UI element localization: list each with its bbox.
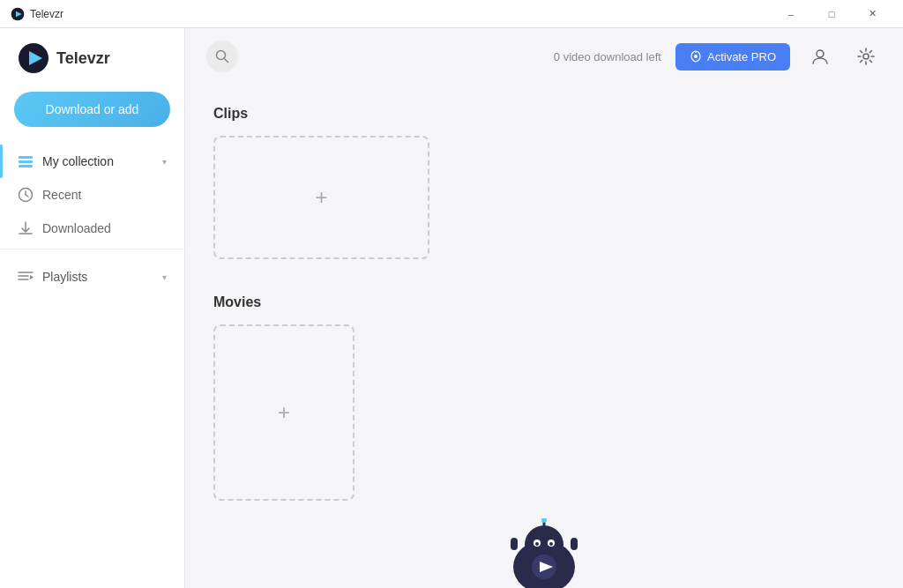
- collection-icon: [18, 153, 34, 169]
- sidebar-item-playlists[interactable]: Playlists ▾: [0, 260, 184, 294]
- movies-title: Movies: [213, 294, 875, 310]
- download-left-label2: video download left: [563, 50, 661, 63]
- svg-rect-6: [19, 165, 33, 167]
- search-icon: [215, 49, 229, 63]
- recent-label: Recent: [42, 188, 167, 202]
- mascot-svg: [491, 518, 597, 588]
- clock-icon: [18, 187, 34, 203]
- svg-line-9: [26, 195, 28, 197]
- collection-chevron: ▾: [162, 157, 167, 167]
- download-icon: [18, 220, 34, 236]
- logo-text: Televzr: [56, 49, 110, 68]
- my-collection-label: My collection: [42, 154, 153, 168]
- title-bar: Televzr – □ ✕: [0, 0, 903, 28]
- clips-section: Clips +: [213, 106, 875, 259]
- download-or-add-button[interactable]: Download or add: [14, 92, 170, 127]
- download-left-text: 0 video download left: [554, 50, 661, 63]
- sidebar-logo: Televzr: [0, 42, 184, 92]
- add-movie-icon: +: [278, 400, 290, 425]
- add-clip-icon: +: [315, 185, 327, 210]
- app-body: Televzr Download or add My collection ▾: [0, 28, 903, 588]
- download-count: 0: [554, 50, 560, 63]
- downloaded-label: Downloaded: [42, 221, 167, 235]
- svg-rect-5: [19, 160, 33, 163]
- rocket-icon: [690, 50, 702, 63]
- minimize-button[interactable]: –: [771, 0, 811, 28]
- svg-point-21: [863, 54, 869, 59]
- window-controls: – □ ✕: [771, 0, 892, 28]
- playlists-chevron: ▾: [162, 272, 167, 282]
- playlists-label: Playlists: [42, 270, 153, 284]
- main-header: 0 video download left Activate PRO: [185, 28, 903, 85]
- maximize-button[interactable]: □: [811, 0, 852, 28]
- window-title: Televzr: [30, 8, 771, 20]
- search-button[interactable]: [206, 41, 238, 72]
- svg-line-17: [225, 59, 228, 63]
- sidebar-divider: [0, 249, 184, 249]
- scroll-area[interactable]: Clips + Movies +: [185, 85, 903, 588]
- svg-rect-32: [511, 538, 518, 550]
- settings-icon: [857, 48, 875, 65]
- svg-point-20: [817, 50, 824, 57]
- app-icon: [11, 7, 25, 21]
- playlists-icon: [18, 269, 34, 285]
- add-movie-button[interactable]: +: [213, 324, 354, 501]
- movies-grid: +: [213, 324, 875, 501]
- svg-point-26: [535, 542, 539, 546]
- logo-icon: [18, 42, 49, 74]
- add-clip-button[interactable]: +: [213, 136, 429, 259]
- svg-rect-4: [19, 156, 33, 159]
- clips-title: Clips: [213, 106, 875, 122]
- svg-point-18: [694, 55, 698, 58]
- activate-pro-button[interactable]: Activate PRO: [675, 43, 790, 71]
- svg-point-27: [549, 542, 553, 546]
- sidebar: Televzr Download or add My collection ▾: [0, 28, 185, 588]
- svg-marker-15: [30, 275, 34, 279]
- movies-section: Movies +: [213, 294, 875, 501]
- sidebar-item-downloaded[interactable]: Downloaded: [0, 212, 184, 245]
- character-illustration: [213, 518, 875, 588]
- svg-point-31: [541, 518, 547, 523]
- account-button[interactable]: [804, 41, 836, 72]
- main-content: 0 video download left Activate PRO: [185, 28, 903, 588]
- settings-button[interactable]: [850, 41, 882, 72]
- clips-grid: +: [213, 136, 875, 259]
- svg-rect-33: [571, 538, 578, 550]
- close-button[interactable]: ✕: [852, 0, 892, 28]
- account-icon: [811, 48, 829, 65]
- sidebar-item-recent[interactable]: Recent: [0, 178, 184, 212]
- activate-pro-label: Activate PRO: [707, 50, 776, 63]
- sidebar-item-my-collection[interactable]: My collection ▾: [0, 145, 184, 178]
